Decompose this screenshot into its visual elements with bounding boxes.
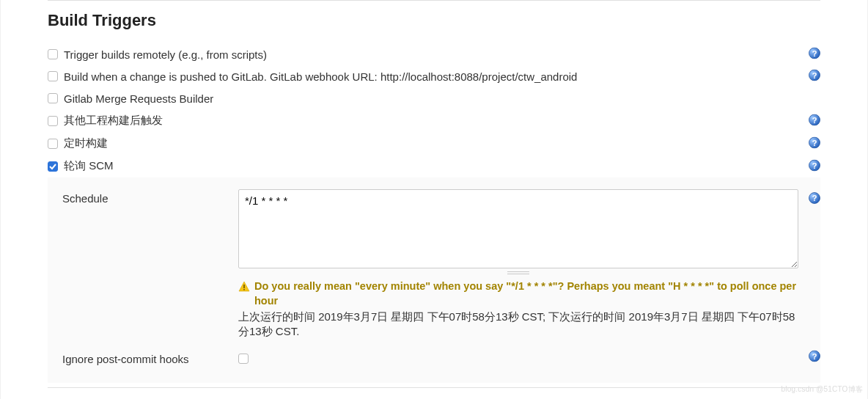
trigger-after-other-checkbox[interactable] — [48, 116, 58, 126]
trigger-after-other-label: 其他工程构建后触发 — [64, 114, 163, 128]
warning-icon — [238, 281, 250, 293]
trigger-gitlab-push-label: Build when a change is pushed to GitLab.… — [64, 70, 577, 83]
trigger-poll-scm-checkbox[interactable] — [48, 161, 58, 172]
help-icon[interactable]: ? — [809, 70, 820, 84]
help-icon[interactable]: ? — [809, 192, 820, 206]
trigger-gitlab-mr-row: Gitlab Merge Requests Builder — [48, 87, 820, 109]
svg-text:?: ? — [812, 71, 817, 80]
help-icon[interactable]: ? — [809, 114, 820, 128]
svg-rect-10 — [243, 285, 245, 288]
help-icon[interactable]: ? — [809, 159, 820, 173]
help-icon[interactable]: ? — [809, 48, 820, 62]
svg-text:?: ? — [812, 194, 817, 202]
schedule-label: Schedule — [48, 189, 238, 205]
trigger-gitlab-push-checkbox[interactable] — [48, 71, 58, 81]
section-title-build-triggers: Build Triggers — [48, 11, 820, 30]
poll-scm-expanded: Schedule Do you really mean "every minut… — [48, 177, 820, 383]
schedule-info: 上次运行的时间 2019年3月7日 星期四 下午07时58分13秒 CST; 下… — [238, 310, 798, 340]
ignore-post-commit-checkbox[interactable] — [238, 354, 249, 364]
trigger-periodic-checkbox[interactable] — [48, 139, 58, 149]
schedule-textarea[interactable] — [238, 189, 798, 268]
svg-text:?: ? — [812, 115, 817, 124]
trigger-gitlab-push-row: Build when a change is pushed to GitLab.… — [48, 65, 820, 87]
watermark: blog.csdn @51CTO博客 — [781, 384, 863, 395]
trigger-after-other-row: 其他工程构建后触发 ? — [48, 109, 820, 132]
trigger-poll-scm-label: 轮询 SCM — [64, 159, 114, 173]
svg-rect-11 — [243, 289, 245, 290]
trigger-poll-scm-row: 轮询 SCM ? — [48, 155, 820, 177]
trigger-gitlab-mr-label: Gitlab Merge Requests Builder — [64, 92, 213, 105]
schedule-warning: Do you really mean "every minute" when y… — [254, 279, 798, 308]
svg-text:?: ? — [812, 161, 817, 169]
trigger-periodic-label: 定时构建 — [64, 136, 108, 150]
trigger-remote-row: Trigger builds remotely (e.g., from scri… — [48, 43, 820, 65]
svg-text:?: ? — [812, 49, 817, 58]
help-icon[interactable]: ? — [809, 351, 820, 365]
help-icon[interactable]: ? — [809, 136, 820, 150]
resize-handle[interactable] — [238, 271, 798, 275]
trigger-remote-label: Trigger builds remotely (e.g., from scri… — [64, 48, 267, 61]
trigger-periodic-row: 定时构建 ? — [48, 132, 820, 155]
trigger-gitlab-mr-checkbox[interactable] — [48, 93, 58, 103]
svg-text:?: ? — [812, 138, 817, 147]
trigger-remote-checkbox[interactable] — [48, 49, 58, 59]
svg-text:?: ? — [812, 352, 817, 361]
ignore-post-commit-label: Ignore post-commit hooks — [48, 353, 238, 365]
